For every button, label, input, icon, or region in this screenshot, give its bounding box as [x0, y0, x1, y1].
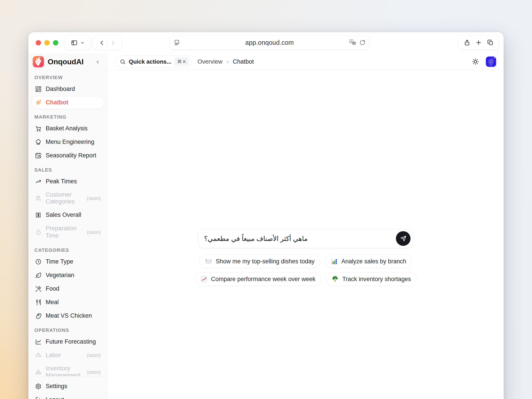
sidebar-collapse-button[interactable]: ‹	[95, 58, 101, 66]
sidebar-item-vegetarian[interactable]: Vegetarian	[32, 269, 104, 282]
zoom-window-button[interactable]	[53, 40, 58, 45]
sidebar-item-inventory-management[interactable]: Inventory Management (soon)	[32, 362, 104, 376]
sidebar-item-peak-times[interactable]: Peak Times	[32, 175, 104, 188]
forward-button[interactable]	[109, 39, 116, 46]
onqoud-logo	[33, 56, 44, 67]
breadcrumb-separator: ›	[227, 58, 229, 65]
sidebar-item-sales-overall[interactable]: Sales Overall	[32, 209, 104, 221]
chart-line-icon	[35, 338, 42, 345]
trending-up-icon	[35, 178, 42, 185]
suggestion-analyze-sales-by-branch[interactable]: Analyze sales by branch	[325, 254, 412, 268]
panel-left-icon	[71, 39, 78, 46]
browser-toolbar: app.onqoud.com	[28, 32, 504, 53]
url-text: app.onqoud.com	[170, 39, 369, 46]
sidebar-item-meal[interactable]: Meal	[32, 296, 104, 309]
suggestion-chips: Show me my top-selling dishes today Anal…	[188, 254, 423, 286]
chevron-left-icon	[99, 39, 105, 46]
sidebar-item-time-type[interactable]: Time Type	[32, 255, 104, 268]
raspberry-logo-icon	[33, 56, 44, 67]
broccoli-emoji-icon	[331, 275, 339, 283]
chat-center: ماهي أكثر الأصناف مبيعاً في مطعمي؟	[188, 229, 423, 286]
users-icon	[35, 195, 42, 202]
receipt-dollar-icon	[35, 212, 42, 218]
search-icon	[120, 59, 126, 65]
suggestion-label: Track inventory shortages	[342, 276, 411, 283]
divider	[107, 39, 108, 46]
history-nav-group	[93, 36, 121, 50]
bar-chart-emoji-icon	[330, 258, 338, 265]
clock-icon	[35, 259, 42, 265]
soon-badge: (soon)	[87, 368, 101, 376]
share-icon	[464, 39, 470, 46]
user-avatar[interactable]	[486, 57, 496, 67]
section-label-overview: OVERVIEW	[34, 75, 101, 81]
breadcrumb-overview[interactable]: Overview	[197, 58, 222, 65]
send-button[interactable]	[396, 231, 411, 246]
logout-icon	[35, 397, 42, 399]
shopping-cart-icon	[35, 125, 42, 132]
sidebar-item-settings[interactable]: Settings	[32, 380, 104, 393]
sidebar-nav: OVERVIEW Dashboard Chatbot MARKETING	[28, 70, 107, 376]
keyboard-shortcut-badge: ⌘ K	[174, 58, 189, 66]
plus-icon	[475, 39, 482, 46]
hard-hat-icon	[35, 352, 42, 359]
breadcrumb: Overview › Chatbot	[197, 58, 254, 65]
sidebar-item-future-forecasting[interactable]: Future Forecasting	[32, 335, 104, 348]
section-label-marketing: MARKETING	[34, 114, 101, 120]
sidebar-footer: Settings Logout	[28, 376, 107, 399]
calendar-clock-icon	[35, 152, 42, 159]
leaf-icon	[35, 272, 42, 279]
search-label: Quick actions...	[129, 58, 171, 65]
soon-badge: (soon)	[87, 352, 101, 359]
gear-icon	[35, 383, 42, 390]
traffic-lights	[36, 40, 58, 45]
sidebar-item-menu-engineering[interactable]: Menu Engineering	[32, 136, 104, 148]
sidebar-item-meat-vs-chicken[interactable]: Meat VS Chicken	[32, 310, 104, 322]
sidebar-item-seasonality-report[interactable]: Seasonality Report	[32, 149, 104, 162]
timer-icon	[35, 229, 42, 235]
section-label-operations: OPERATIONS	[34, 327, 101, 333]
translate-icon[interactable]	[349, 39, 357, 46]
sidebar-item-basket-analysis[interactable]: Basket Analysis	[32, 122, 104, 135]
toolbar-actions-group	[459, 36, 499, 50]
reload-icon[interactable]	[359, 39, 366, 46]
suggestion-top-selling-dishes[interactable]: Show me my top-selling dishes today	[199, 254, 320, 268]
browser-sidebar-toggle-button[interactable]	[65, 36, 90, 50]
sidebar-item-preparation-time[interactable]: Preparation Time (soon)	[32, 222, 104, 242]
sidebar-item-customer-categories[interactable]: Customer Categories (soon)	[32, 189, 104, 208]
minimize-window-button[interactable]	[44, 40, 50, 45]
tabs-overview-icon	[487, 39, 494, 46]
sidebar-item-dashboard[interactable]: Dashboard	[32, 83, 104, 95]
suggestion-track-inventory[interactable]: Track inventory shortages	[326, 272, 417, 286]
chat-input-text[interactable]: ماهي أكثر الأصناف مبيعاً في مطعمي؟	[204, 235, 308, 242]
back-button[interactable]	[99, 39, 105, 46]
chat-input[interactable]: ماهي أكثر الأصناف مبيعاً في مطعمي؟	[198, 229, 413, 248]
chatbot-canvas: ماهي أكثر الأصناف مبيعاً في مطعمي؟	[108, 70, 504, 399]
chevron-right-icon	[109, 39, 116, 46]
soon-badge: (soon)	[87, 195, 101, 202]
brand-name: OnqoudAI	[48, 57, 83, 66]
suggestion-label: Analyze sales by branch	[341, 258, 406, 265]
sidebar-header: OnqoudAI ‹	[28, 53, 107, 70]
section-label-categories: CATEGORIES	[34, 247, 101, 253]
share-button[interactable]	[464, 39, 470, 46]
close-window-button[interactable]	[36, 40, 41, 45]
sidebar-item-food[interactable]: Food	[32, 282, 104, 295]
chef-hat-icon	[35, 139, 42, 146]
app-topbar: Quick actions... ⌘ K Overview › Chatbot	[108, 53, 504, 70]
quick-actions-search[interactable]: Quick actions... ⌘ K	[115, 55, 192, 68]
main-area: Quick actions... ⌘ K Overview › Chatbot	[108, 53, 504, 399]
sidebar-item-logout[interactable]: Logout	[32, 393, 104, 399]
sidebar-item-labor[interactable]: Labor (soon)	[32, 349, 104, 361]
theme-toggle-button[interactable]	[472, 58, 479, 65]
suggestion-label: Compare performance week over week	[211, 276, 316, 283]
address-bar[interactable]: app.onqoud.com	[170, 36, 369, 50]
show-tabs-button[interactable]	[487, 39, 494, 46]
app-content: OnqoudAI ‹ OVERVIEW Dashboard	[28, 53, 504, 399]
suggestion-label: Show me my top-selling dishes today	[216, 258, 315, 265]
sidebar-item-chatbot[interactable]: Chatbot	[32, 96, 104, 109]
breadcrumb-chatbot: Chatbot	[233, 58, 254, 65]
new-tab-button[interactable]	[475, 39, 482, 46]
section-label-sales: SALES	[34, 167, 101, 173]
suggestion-compare-performance[interactable]: Compare performance week over week	[195, 272, 321, 286]
